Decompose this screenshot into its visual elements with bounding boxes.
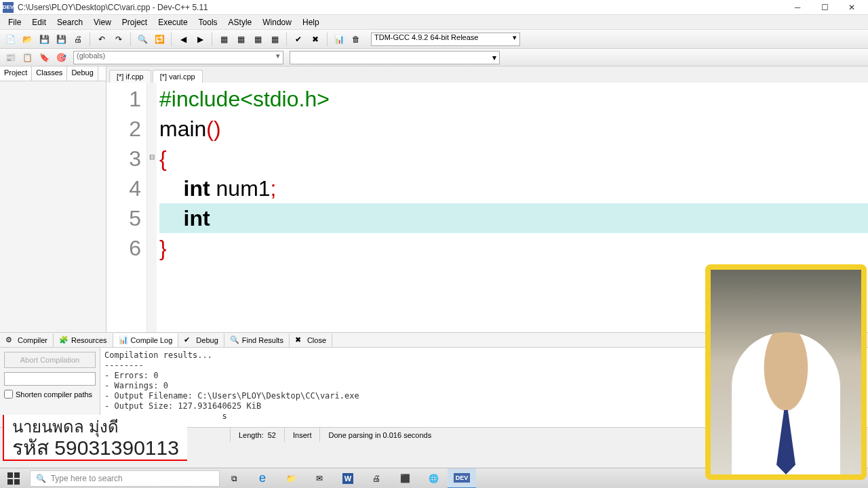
new-source-icon[interactable]: 📰 bbox=[3, 50, 18, 65]
trash-icon[interactable]: 🗑 bbox=[349, 32, 363, 47]
webcam-overlay bbox=[705, 264, 867, 480]
toolbar-separator bbox=[327, 33, 328, 46]
bottom-tab-close[interactable]: ✖Close bbox=[290, 333, 332, 347]
toolbar-separator bbox=[171, 33, 172, 46]
menu-window[interactable]: Window bbox=[257, 16, 297, 28]
rebuild-icon[interactable]: ▦ bbox=[267, 32, 282, 47]
toolbar-separator bbox=[130, 33, 131, 46]
taskbar-search[interactable]: 🔍 Type here to search bbox=[30, 470, 220, 487]
file-tabs: [*] if.cpp [*] vari.cpp bbox=[106, 66, 868, 83]
bookmark-icon[interactable]: 🔖 bbox=[37, 50, 52, 65]
main-toolbar: 📄 📂 💾 💾 🖨 ↶ ↷ 🔍 🔁 ◀ ▶ ▦ ▦ ▦ ▦ ✔ ✖ 📊 🗑 TD… bbox=[0, 30, 868, 49]
toolbar-separator bbox=[212, 33, 212, 46]
chrome-icon[interactable]: 🌐 bbox=[419, 468, 448, 489]
close-button[interactable]: ✕ bbox=[838, 0, 865, 15]
print-icon[interactable]: 🖨 bbox=[71, 32, 85, 47]
sidebar-tabs: Project Classes Debug bbox=[0, 66, 106, 81]
minimize-button[interactable]: ─ bbox=[784, 0, 811, 15]
menu-help[interactable]: Help bbox=[297, 16, 325, 28]
file-tab-vari[interactable]: [*] vari.cpp bbox=[153, 70, 203, 83]
maximize-button[interactable]: ☐ bbox=[811, 0, 838, 15]
webcam-tie bbox=[776, 410, 795, 474]
obs-icon[interactable]: ⬛ bbox=[391, 468, 419, 489]
svg-rect-0 bbox=[7, 472, 13, 478]
compiler-select[interactable]: TDM-GCC 4.9.2 64-bit Release ▾ bbox=[371, 33, 520, 46]
members-select[interactable]: ▾ bbox=[290, 51, 500, 64]
status-length: Length: 52 bbox=[231, 428, 285, 442]
printer-icon[interactable]: 🖨 bbox=[362, 468, 391, 489]
search-icon: 🔍 bbox=[230, 336, 239, 345]
name-overlay: นายนพดล มุ่งดี รหัส 59031390113 bbox=[3, 415, 187, 461]
open-file-icon[interactable]: 📂 bbox=[20, 32, 35, 47]
check-icon: ✔ bbox=[184, 336, 193, 345]
explorer-icon[interactable]: 📁 bbox=[277, 468, 305, 489]
compile-command-input[interactable] bbox=[4, 372, 96, 386]
mail-icon[interactable]: ✉ bbox=[305, 468, 334, 489]
sidebar-tab-classes[interactable]: Classes bbox=[32, 66, 67, 81]
stop-icon[interactable]: ✖ bbox=[308, 32, 323, 47]
title-bar: DEV C:\Users\PLOY\Desktop\CC\vari.cpp - … bbox=[0, 0, 868, 15]
app-icon: DEV bbox=[3, 2, 14, 13]
menu-view[interactable]: View bbox=[88, 16, 117, 28]
overlay-name-line1: นายนพดล มุ่งดี bbox=[12, 418, 179, 436]
abort-compilation-button[interactable]: Abort Compilation bbox=[4, 352, 96, 368]
new-file-icon[interactable]: 📄 bbox=[3, 32, 18, 47]
bottom-tab-resources[interactable]: 🧩Resources bbox=[54, 333, 113, 347]
resources-icon: 🧩 bbox=[59, 336, 68, 345]
globals-select[interactable]: (globals)▾ bbox=[73, 51, 283, 64]
bottom-tab-find-results[interactable]: 🔍Find Results bbox=[224, 333, 290, 347]
menu-search[interactable]: Search bbox=[52, 16, 88, 28]
find-icon[interactable]: 🔍 bbox=[135, 32, 150, 47]
menu-execute[interactable]: Execute bbox=[153, 16, 193, 28]
compile-run-icon[interactable]: ▦ bbox=[250, 32, 265, 47]
file-tab-if[interactable]: [*] if.cpp bbox=[109, 70, 151, 83]
debug-icon[interactable]: ✔ bbox=[291, 32, 306, 47]
save-icon[interactable]: 💾 bbox=[37, 32, 52, 47]
forward-icon[interactable]: ▶ bbox=[193, 32, 208, 47]
close-icon: ✖ bbox=[295, 336, 304, 345]
sidebar-tab-debug[interactable]: Debug bbox=[67, 66, 98, 81]
chart-icon: 📊 bbox=[119, 336, 128, 345]
bottom-tab-debug[interactable]: ✔Debug bbox=[178, 333, 224, 347]
task-view-icon[interactable]: ⧉ bbox=[220, 468, 248, 489]
edge-icon[interactable]: e bbox=[248, 468, 277, 489]
svg-rect-3 bbox=[14, 479, 20, 485]
window-title: C:\Users\PLOY\Desktop\CC\vari.cpp - Dev-… bbox=[18, 3, 784, 12]
shorten-paths-checkbox[interactable]: Shorten compiler paths bbox=[4, 390, 96, 399]
menu-project[interactable]: Project bbox=[117, 16, 153, 28]
webcam-frame bbox=[711, 270, 861, 474]
gear-icon: ⚙ bbox=[5, 336, 15, 345]
line-gutter: 123456 bbox=[106, 83, 147, 332]
webcam-person bbox=[732, 332, 840, 474]
sidebar: Project Classes Debug bbox=[0, 66, 106, 332]
goto-icon[interactable]: 🎯 bbox=[54, 50, 68, 65]
secondary-toolbar: 📰 📋 🔖 🎯 (globals)▾ ▾ bbox=[0, 49, 868, 66]
compile-icon[interactable]: ▦ bbox=[216, 32, 231, 47]
toolbar-separator bbox=[90, 33, 90, 46]
profile-icon[interactable]: 📊 bbox=[332, 32, 347, 47]
fold-gutter[interactable]: ⊟ bbox=[147, 83, 157, 332]
menu-astyle[interactable]: AStyle bbox=[223, 16, 258, 28]
devcpp-icon[interactable]: DEV bbox=[448, 468, 476, 489]
save-all-icon[interactable]: 💾 bbox=[54, 32, 68, 47]
run-icon[interactable]: ▦ bbox=[233, 32, 248, 47]
menu-edit[interactable]: Edit bbox=[26, 16, 52, 28]
status-insert-mode: Insert bbox=[285, 428, 321, 442]
replace-icon[interactable]: 🔁 bbox=[152, 32, 167, 47]
insert-icon[interactable]: 📋 bbox=[20, 50, 35, 65]
undo-icon[interactable]: ↶ bbox=[94, 32, 109, 47]
menu-bar: File Edit Search View Project Execute To… bbox=[0, 15, 868, 30]
redo-icon[interactable]: ↷ bbox=[111, 32, 126, 47]
menu-tools[interactable]: Tools bbox=[193, 16, 223, 28]
overlay-name-line2: รหัส 59031390113 bbox=[12, 436, 179, 460]
word-icon[interactable]: W bbox=[334, 468, 362, 489]
bottom-tab-compiler[interactable]: ⚙Compiler bbox=[0, 333, 54, 347]
bottom-tab-compile-log[interactable]: 📊Compile Log bbox=[113, 333, 179, 347]
svg-rect-1 bbox=[14, 472, 20, 478]
menu-file[interactable]: File bbox=[3, 16, 26, 28]
toolbar-separator bbox=[286, 33, 287, 46]
start-button[interactable] bbox=[0, 468, 27, 489]
svg-rect-2 bbox=[7, 479, 13, 485]
back-icon[interactable]: ◀ bbox=[176, 32, 191, 47]
sidebar-tab-project[interactable]: Project bbox=[0, 66, 32, 81]
